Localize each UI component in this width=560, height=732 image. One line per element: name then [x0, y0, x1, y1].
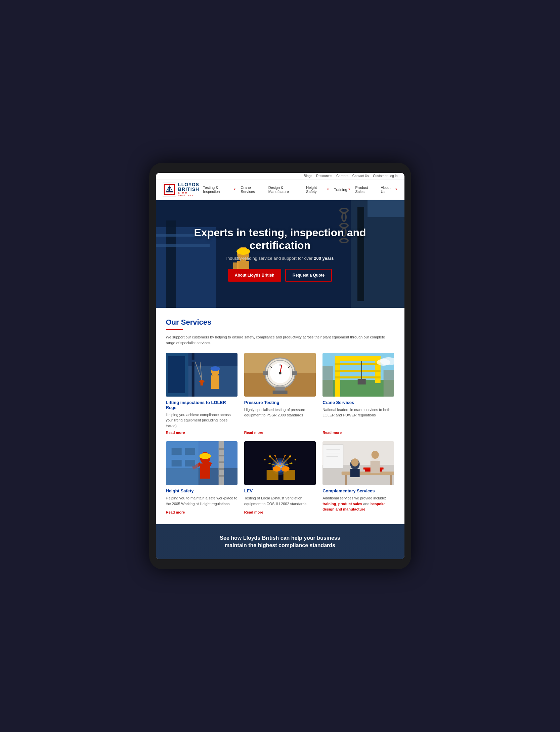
- lev-image: [244, 441, 316, 485]
- lifting-desc: Helping you achieve compliance across yo…: [166, 412, 238, 429]
- crane-title: Crane Services: [322, 400, 394, 405]
- svg-rect-57: [335, 363, 381, 365]
- complementary-image: [322, 441, 394, 485]
- logo-sub: a ★★ business: [178, 192, 203, 197]
- svg-rect-69: [200, 463, 210, 479]
- svg-rect-19: [368, 200, 404, 217]
- lifting-readmore[interactable]: Read more: [166, 431, 238, 435]
- svg-rect-27: [191, 353, 194, 397]
- topnav-resources[interactable]: Resources: [316, 174, 332, 178]
- height-title: Height Safety: [166, 488, 238, 493]
- svg-point-35: [210, 366, 220, 371]
- svg-rect-51: [292, 371, 297, 375]
- crane-image: [322, 353, 394, 397]
- topnav-contact[interactable]: Contact Us: [352, 174, 369, 178]
- svg-rect-110: [345, 475, 347, 485]
- height-readmore[interactable]: Read more: [166, 510, 238, 514]
- svg-rect-62: [322, 366, 333, 397]
- svg-rect-9: [166, 220, 176, 308]
- nav-training[interactable]: Training ▼: [334, 188, 350, 192]
- svg-rect-78: [218, 468, 224, 470]
- svg-rect-32: [200, 381, 203, 385]
- lifting-title: Lifting inspections to LOLER Regs: [166, 400, 238, 410]
- lev-readmore[interactable]: Read more: [244, 510, 316, 514]
- svg-rect-115: [350, 469, 360, 477]
- bottom-banner: See how Lloyds British can help your bus…: [156, 524, 404, 560]
- top-nav: Blogs Resources Careers Contact Us Custo…: [156, 173, 404, 179]
- lifting-image: [166, 353, 238, 397]
- nav-crane[interactable]: Crane Services: [241, 186, 264, 194]
- service-card-height: Height Safety Helping you to maintain a …: [166, 441, 238, 514]
- tablet-screen: Blogs Resources Careers Contact Us Custo…: [156, 173, 404, 560]
- nav-height[interactable]: Height Safety ▼: [306, 186, 329, 194]
- service-card-lev: LEV Testing of Local Exhaust Ventilation…: [244, 441, 316, 514]
- svg-rect-83: [171, 460, 181, 466]
- complementary-product[interactable]: product sales: [338, 502, 362, 506]
- svg-rect-76: [218, 455, 224, 456]
- tablet-frame: Blogs Resources Careers Contact Us Custo…: [149, 163, 411, 570]
- services-title: Our Services: [166, 318, 394, 327]
- svg-rect-50: [263, 371, 268, 375]
- svg-rect-49: [272, 391, 287, 394]
- svg-point-100: [284, 455, 286, 456]
- svg-rect-61: [358, 379, 366, 384]
- svg-point-116: [351, 458, 359, 466]
- nav-design[interactable]: Design & Manufacture: [268, 186, 302, 194]
- svg-rect-111: [390, 475, 392, 485]
- crane-readmore[interactable]: Read more: [322, 431, 394, 435]
- logo-text: LLOYDS BRITISH a ★★ business: [178, 182, 203, 197]
- topnav-login[interactable]: Customer Log in: [373, 174, 397, 178]
- svg-point-106: [281, 466, 289, 472]
- quote-button[interactable]: Request a Quote: [285, 269, 332, 282]
- svg-rect-59: [335, 376, 381, 378]
- logo-icon: [163, 182, 176, 197]
- complementary-title: Complementary Services: [322, 488, 394, 493]
- svg-rect-28: [185, 360, 218, 362]
- svg-rect-82: [185, 448, 195, 455]
- lev-desc: Testing of Local Exhaust Ventilation equ…: [244, 495, 316, 508]
- svg-point-119: [372, 451, 379, 459]
- height-image: [166, 441, 238, 485]
- svg-rect-84: [185, 460, 195, 466]
- topnav-careers[interactable]: Careers: [336, 174, 348, 178]
- svg-point-98: [291, 462, 292, 464]
- svg-point-97: [269, 455, 271, 457]
- services-description: We support our customers by helping to e…: [166, 334, 394, 346]
- nav-testing[interactable]: Testing & Inspection ▼: [203, 186, 236, 194]
- services-grid: Lifting inspections to LOLER Regs Helpin…: [166, 353, 394, 514]
- main-nav: Testing & Inspection ▼ Crane Services De…: [203, 186, 397, 194]
- logo[interactable]: LLOYDS BRITISH a ★★ business: [163, 182, 203, 197]
- lev-title: LEV: [244, 488, 316, 493]
- pressure-image: [244, 353, 316, 397]
- logo-lloyds: LLOYDS: [178, 182, 203, 187]
- svg-point-101: [294, 459, 296, 460]
- hero-section: Experts in testing, inspection and certi…: [156, 200, 404, 308]
- pressure-title: Pressure Testing: [244, 400, 316, 405]
- svg-rect-37: [168, 356, 185, 393]
- main-header: LLOYDS BRITISH a ★★ business Testing & I…: [156, 179, 404, 200]
- service-card-crane: Crane Services National leaders in crane…: [322, 353, 394, 435]
- svg-rect-75: [218, 448, 224, 450]
- complementary-training[interactable]: training: [322, 502, 336, 506]
- pressure-readmore[interactable]: Read more: [244, 431, 316, 435]
- svg-rect-81: [171, 448, 181, 455]
- svg-rect-34: [211, 375, 219, 389]
- svg-rect-55: [340, 356, 381, 361]
- svg-rect-77: [218, 461, 224, 463]
- svg-rect-63: [384, 370, 394, 397]
- svg-rect-109: [342, 472, 394, 475]
- topnav-blogs[interactable]: Blogs: [304, 174, 312, 178]
- svg-rect-79: [218, 475, 224, 477]
- hero-content: Experts in testing, inspection and certi…: [176, 226, 384, 282]
- about-button[interactable]: About Lloyds British: [228, 269, 281, 282]
- svg-point-105: [272, 466, 281, 472]
- hero-subtitle: Industry-leading service and support for…: [176, 256, 384, 261]
- crane-desc: National leaders in crane services to bo…: [322, 407, 394, 429]
- hero-buttons: About Lloyds British Request a Quote: [176, 269, 384, 282]
- nav-about[interactable]: About Us ▼: [381, 186, 398, 194]
- service-card-lifting: Lifting inspections to LOLER Regs Helpin…: [166, 353, 238, 435]
- services-section: Our Services We support our customers by…: [156, 308, 404, 524]
- complementary-desc: Additional services we provide include: …: [322, 495, 394, 512]
- nav-product[interactable]: Product Sales: [355, 186, 376, 194]
- service-card-pressure: Pressure Testing Highly specialised test…: [244, 353, 316, 435]
